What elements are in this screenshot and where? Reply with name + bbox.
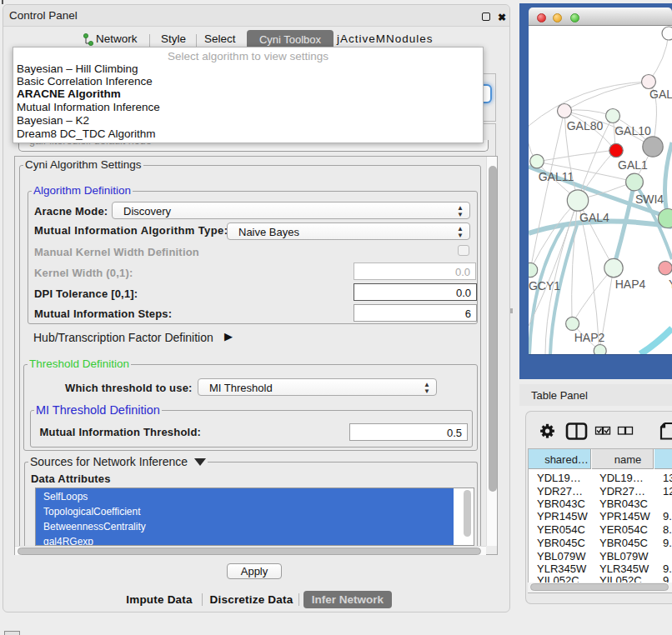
svg-text:Y: Y [669, 278, 672, 291]
svg-text:GAL4: GAL4 [579, 211, 609, 224]
svg-text:GAL1: GAL1 [618, 158, 648, 172]
svg-text:GAL80: GAL80 [567, 119, 604, 132]
svg-text:GAL: GAL [649, 88, 672, 101]
svg-text:SWI4: SWI4 [635, 192, 664, 206]
svg-text:GAL10: GAL10 [614, 124, 651, 138]
svg-text:GAL11: GAL11 [539, 170, 574, 183]
svg-text:GCY1: GCY1 [529, 279, 560, 292]
svg-text:HAP2: HAP2 [574, 331, 605, 344]
svg-text:HAP4: HAP4 [615, 278, 646, 291]
